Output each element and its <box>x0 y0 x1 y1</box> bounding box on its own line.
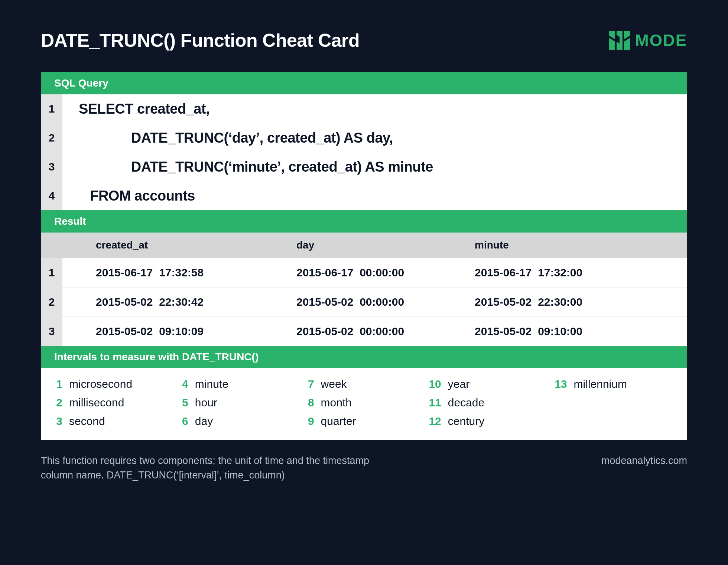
interval-number: 1 <box>51 378 62 390</box>
cell: 2015-05-02 09:10:09 <box>62 317 263 346</box>
row-number: 3 <box>41 317 62 346</box>
interval-item: 2millisecond <box>51 396 173 409</box>
interval-number: 3 <box>51 415 62 428</box>
interval-label: year <box>448 378 469 390</box>
interval-number: 12 <box>429 415 441 428</box>
interval-number: 8 <box>303 396 314 409</box>
cell: 2015-06-17 00:00:00 <box>263 258 441 287</box>
footer: This function requires two components; t… <box>41 454 687 483</box>
cell: 2015-05-02 22:30:42 <box>62 288 263 316</box>
interval-number: 13 <box>555 378 567 390</box>
code-line: 2 DATE_TRUNC(‘day’, created_at) AS day, <box>41 123 687 152</box>
interval-label: quarter <box>321 415 356 428</box>
interval-item: 3second <box>51 415 173 428</box>
page-title: DATE_TRUNC() Function Cheat Card <box>41 30 360 51</box>
interval-label: century <box>448 415 484 428</box>
svg-marker-0 <box>609 31 615 39</box>
interval-label: decade <box>448 396 484 409</box>
brand-name: MODE <box>635 31 687 50</box>
table-row: 1 2015-06-17 17:32:58 2015-06-17 00:00:0… <box>41 258 687 287</box>
row-number: 2 <box>41 288 62 316</box>
code-line: 4 FROM accounts <box>41 181 687 210</box>
cell: 2015-05-02 00:00:00 <box>263 317 441 346</box>
cell: 2015-06-17 17:32:00 <box>441 258 634 287</box>
interval-item: 8month <box>303 396 425 409</box>
column-header: created_at <box>62 233 263 258</box>
interval-number: 2 <box>51 396 62 409</box>
interval-number: 11 <box>429 396 441 409</box>
brand-logo: MODE <box>609 31 687 50</box>
line-number: 4 <box>41 181 62 210</box>
cell: 2015-05-02 00:00:00 <box>263 288 441 316</box>
column-header: minute <box>441 233 634 258</box>
interval-number: 4 <box>177 378 188 390</box>
interval-label: day <box>195 415 213 428</box>
interval-number: 10 <box>429 378 441 390</box>
mode-logo-icon <box>609 31 630 50</box>
interval-item: 13millennium <box>555 378 677 390</box>
sql-query-section-label: SQL Query <box>41 72 687 94</box>
interval-item: 1microsecond <box>51 378 173 390</box>
interval-label: minute <box>195 378 228 390</box>
header: DATE_TRUNC() Function Cheat Card MODE <box>41 30 687 51</box>
result-section-label: Result <box>41 210 687 233</box>
code-text: DATE_TRUNC(‘minute’, created_at) AS minu… <box>62 159 433 175</box>
table-row: 2 2015-05-02 22:30:42 2015-05-02 00:00:0… <box>41 287 687 316</box>
interval-item: 9quarter <box>303 415 425 428</box>
code-line: 3 DATE_TRUNC(‘minute’, created_at) AS mi… <box>41 152 687 181</box>
line-number: 2 <box>41 123 62 152</box>
interval-item: 10year <box>429 378 551 390</box>
sql-code-block: 1 SELECT created_at, 2 DATE_TRUNC(‘day’,… <box>41 94 687 210</box>
code-text: SELECT created_at, <box>62 101 209 117</box>
cheat-card: SQL Query 1 SELECT created_at, 2 DATE_TR… <box>41 72 687 440</box>
interval-number: 7 <box>303 378 314 390</box>
interval-label: microsecond <box>69 378 132 390</box>
line-number: 1 <box>41 94 62 123</box>
interval-item: 5hour <box>177 396 299 409</box>
svg-marker-3 <box>624 31 630 39</box>
result-header-row: created_at day minute <box>41 233 687 258</box>
svg-marker-1 <box>609 38 615 50</box>
interval-item: 12century <box>429 415 551 428</box>
interval-item: 6day <box>177 415 299 428</box>
interval-label: millennium <box>574 378 627 390</box>
interval-item: 11decade <box>429 396 551 409</box>
interval-label: millisecond <box>69 396 124 409</box>
interval-item: 7week <box>303 378 425 390</box>
code-text: FROM accounts <box>62 188 195 204</box>
svg-marker-4 <box>624 38 630 50</box>
result-table: created_at day minute 1 2015-06-17 17:32… <box>41 233 687 346</box>
interval-label: second <box>69 415 105 428</box>
row-number-header <box>41 233 62 258</box>
footer-site: modeanalytics.com <box>601 454 687 468</box>
interval-number: 6 <box>177 415 188 428</box>
table-row: 3 2015-05-02 09:10:09 2015-05-02 00:00:0… <box>41 316 687 346</box>
row-number: 1 <box>41 258 62 287</box>
code-text: DATE_TRUNC(‘day’, created_at) AS day, <box>62 130 393 146</box>
interval-label: month <box>321 396 352 409</box>
footer-note: This function requires two components; t… <box>41 454 397 483</box>
column-header: day <box>263 233 441 258</box>
interval-label: hour <box>195 396 217 409</box>
intervals-grid: 1microsecond 2millisecond 3second 4minut… <box>41 368 687 440</box>
interval-label: week <box>321 378 347 390</box>
cell: 2015-06-17 17:32:58 <box>62 258 263 287</box>
interval-number: 5 <box>177 396 188 409</box>
interval-number: 9 <box>303 415 314 428</box>
interval-item: 4minute <box>177 378 299 390</box>
svg-marker-2 <box>617 31 623 50</box>
intervals-section-label: Intervals to measure with DATE_TRUNC() <box>41 346 687 368</box>
code-line: 1 SELECT created_at, <box>41 94 687 123</box>
cell: 2015-05-02 09:10:00 <box>441 317 634 346</box>
cell: 2015-05-02 22:30:00 <box>441 288 634 316</box>
line-number: 3 <box>41 152 62 181</box>
